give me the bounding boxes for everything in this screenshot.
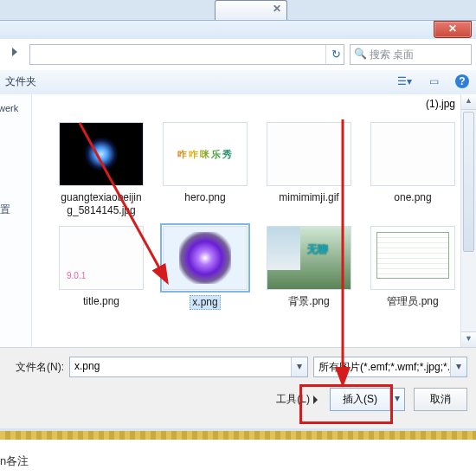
file-label: title.png	[58, 295, 145, 308]
bottom-text-fragment: n各注	[0, 453, 29, 469]
footer: 文件名(N): x.png ▾ 所有图片(*.emf;*.wmf;*.jpg;*…	[0, 347, 476, 428]
scroll-thumb[interactable]	[463, 112, 474, 252]
address-box[interactable]: ↻	[29, 44, 344, 65]
address-divider	[325, 45, 326, 64]
file-label: hero.png	[162, 191, 248, 204]
file-item[interactable]: mimimimji.gif	[266, 122, 352, 217]
insert-button[interactable]: 插入(S) ▾	[330, 388, 405, 411]
file-item[interactable]: 背景.png	[266, 226, 352, 310]
filetype-filter[interactable]: 所有图片(*.emf;*.wmf;*.jpg;*.jpeg;*.png;*.gi…	[313, 357, 467, 377]
tools-arrow-icon	[313, 396, 318, 404]
file-item[interactable]: title.png	[58, 226, 145, 310]
file-thumbnail	[59, 226, 144, 290]
filename-label: 文件名(N):	[9, 360, 69, 375]
filename-value: x.png	[74, 360, 100, 372]
main-content: werk 置 (1).jpg guangtexiaobeijing_581414…	[0, 94, 476, 347]
background-close-icon: ✕	[273, 3, 281, 15]
search-box[interactable]: 🔍 搜索 桌面	[350, 44, 472, 65]
prev-row-label: (1).jpg	[426, 98, 455, 110]
sidebar-fragment-2: 置	[0, 203, 10, 217]
filter-dropdown-icon[interactable]: ▾	[450, 357, 466, 376]
filename-input[interactable]: x.png ▾	[69, 357, 308, 377]
tools-label[interactable]: 工具(L)	[276, 392, 318, 407]
breadcrumb-arrow-icon[interactable]	[12, 48, 17, 56]
view-options-icon[interactable]: ☰▾	[396, 74, 412, 88]
file-label: mimimimji.gif	[266, 191, 352, 204]
file-item[interactable]: hero.png	[162, 122, 248, 217]
file-label: 管理员.png	[370, 295, 456, 308]
file-thumbnail	[370, 122, 455, 186]
vertical-scrollbar[interactable]: ▲ ▼	[460, 94, 476, 347]
insert-dropdown-icon[interactable]: ▾	[389, 389, 404, 410]
sidebar-fragment-1: werk	[0, 103, 18, 113]
background-window-tab: ✕	[215, 0, 287, 20]
file-thumbnail	[163, 122, 248, 186]
nav-bar: ↻ 🔍 搜索 桌面	[0, 39, 476, 71]
file-label: x.png	[190, 295, 220, 310]
file-item[interactable]: guangtexiaobeijing_5814145.jpg	[58, 122, 145, 217]
background-below: n各注	[0, 440, 476, 476]
filter-text: 所有图片(*.emf;*.wmf;*.jpg;*.jpeg;*.png;*.gi…	[318, 360, 467, 375]
refresh-icon[interactable]: ↻	[331, 48, 341, 61]
filename-dropdown-icon[interactable]: ▾	[291, 357, 307, 376]
close-button[interactable]: ✕	[434, 21, 472, 38]
file-item[interactable]: x.png	[162, 226, 248, 310]
file-thumbnail	[370, 226, 455, 290]
insert-button-label[interactable]: 插入(S)	[331, 389, 389, 410]
preview-pane-icon[interactable]: ▭	[426, 74, 441, 88]
decorative-band	[0, 431, 476, 440]
dialog-titlebar	[0, 20, 476, 41]
file-thumbnail	[163, 226, 248, 290]
file-label: 背景.png	[266, 295, 352, 308]
file-label: one.png	[370, 191, 456, 204]
toolbar-left-label[interactable]: 文件夹	[5, 74, 36, 89]
file-item[interactable]: one.png	[370, 122, 456, 217]
file-list[interactable]: (1).jpg guangtexiaobeijing_5814145.jpghe…	[32, 94, 476, 347]
search-placeholder: 搜索 桌面	[370, 48, 414, 62]
scroll-down-icon[interactable]: ▼	[461, 331, 476, 347]
help-icon[interactable]: ?	[455, 74, 469, 88]
file-thumbnail	[267, 122, 351, 186]
scroll-up-icon[interactable]: ▲	[461, 94, 476, 110]
file-thumbnail	[59, 122, 144, 186]
cancel-button[interactable]: 取消	[414, 388, 467, 411]
toolbar: 文件夹 ☰▾ ▭ ?	[0, 70, 476, 95]
sidebar: werk 置	[0, 94, 32, 347]
file-thumbnail	[267, 226, 351, 290]
file-label: guangtexiaobeijing_5814145.jpg	[58, 191, 145, 217]
search-icon: 🔍	[354, 48, 367, 60]
file-item[interactable]: 管理员.png	[370, 226, 456, 310]
